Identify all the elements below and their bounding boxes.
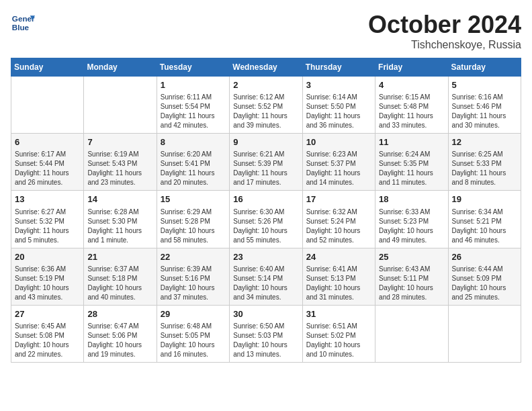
- day-number: 9: [233, 136, 298, 148]
- weekday-header: Saturday: [448, 58, 521, 77]
- day-number: 13: [15, 193, 80, 205]
- calendar-week-row: 13Sunrise: 6:27 AMSunset: 5:32 PMDayligh…: [11, 191, 521, 248]
- calendar-week-row: 27Sunrise: 6:45 AMSunset: 5:08 PMDayligh…: [11, 305, 521, 362]
- day-number: 14: [87, 193, 152, 205]
- day-info: Sunrise: 6:12 AMSunset: 5:52 PMDaylight:…: [233, 93, 298, 130]
- day-number: 6: [15, 136, 80, 148]
- calendar-cell: 1Sunrise: 6:11 AMSunset: 5:54 PMDaylight…: [157, 77, 229, 134]
- day-info: Sunrise: 6:48 AMSunset: 5:05 PMDaylight:…: [161, 322, 226, 359]
- day-number: 4: [379, 79, 444, 91]
- day-info: Sunrise: 6:11 AMSunset: 5:54 PMDaylight:…: [161, 93, 226, 130]
- day-number: 30: [233, 308, 298, 320]
- day-info: Sunrise: 6:39 AMSunset: 5:16 PMDaylight:…: [161, 265, 226, 302]
- calendar-cell: 19Sunrise: 6:34 AMSunset: 5:21 PMDayligh…: [448, 191, 521, 248]
- day-number: 31: [306, 308, 371, 320]
- day-number: 2: [233, 79, 298, 91]
- day-number: 8: [161, 136, 226, 148]
- calendar-cell: 14Sunrise: 6:28 AMSunset: 5:30 PMDayligh…: [84, 191, 157, 248]
- day-info: Sunrise: 6:15 AMSunset: 5:48 PMDaylight:…: [379, 93, 444, 130]
- day-info: Sunrise: 6:37 AMSunset: 5:18 PMDaylight:…: [87, 265, 152, 302]
- day-info: Sunrise: 6:29 AMSunset: 5:28 PMDaylight:…: [161, 208, 226, 245]
- calendar-cell: 7Sunrise: 6:19 AMSunset: 5:43 PMDaylight…: [84, 134, 157, 191]
- calendar-cell: 10Sunrise: 6:23 AMSunset: 5:37 PMDayligh…: [302, 134, 375, 191]
- calendar-cell: [11, 77, 84, 134]
- calendar-week-row: 20Sunrise: 6:36 AMSunset: 5:19 PMDayligh…: [11, 248, 521, 305]
- day-info: Sunrise: 6:14 AMSunset: 5:50 PMDaylight:…: [306, 93, 371, 130]
- weekday-header: Sunday: [11, 58, 84, 77]
- day-number: 29: [161, 308, 226, 320]
- calendar-cell: 31Sunrise: 6:51 AMSunset: 5:02 PMDayligh…: [302, 305, 375, 362]
- calendar-cell: 28Sunrise: 6:47 AMSunset: 5:06 PMDayligh…: [84, 305, 157, 362]
- day-number: 15: [161, 193, 226, 205]
- weekday-header: Wednesday: [230, 58, 302, 77]
- calendar-cell: 4Sunrise: 6:15 AMSunset: 5:48 PMDaylight…: [375, 77, 448, 134]
- day-number: 17: [306, 193, 371, 205]
- weekday-header-row: SundayMondayTuesdayWednesdayThursdayFrid…: [11, 58, 521, 77]
- day-info: Sunrise: 6:16 AMSunset: 5:46 PMDaylight:…: [452, 93, 517, 130]
- calendar-week-row: 1Sunrise: 6:11 AMSunset: 5:54 PMDaylight…: [11, 77, 521, 134]
- weekday-header: Tuesday: [157, 58, 229, 77]
- day-number: 19: [452, 193, 517, 205]
- day-number: 21: [87, 251, 152, 263]
- calendar-cell: [448, 305, 521, 362]
- calendar-cell: 30Sunrise: 6:50 AMSunset: 5:03 PMDayligh…: [230, 305, 302, 362]
- calendar-cell: 27Sunrise: 6:45 AMSunset: 5:08 PMDayligh…: [11, 305, 84, 362]
- day-info: Sunrise: 6:19 AMSunset: 5:43 PMDaylight:…: [87, 150, 152, 187]
- day-info: Sunrise: 6:44 AMSunset: 5:09 PMDaylight:…: [452, 265, 517, 302]
- day-number: 24: [306, 251, 371, 263]
- logo: General Blue: [11, 11, 35, 35]
- weekday-header: Monday: [84, 58, 157, 77]
- calendar-cell: 21Sunrise: 6:37 AMSunset: 5:18 PMDayligh…: [84, 248, 157, 305]
- day-info: Sunrise: 6:47 AMSunset: 5:06 PMDaylight:…: [87, 322, 152, 359]
- calendar-cell: 17Sunrise: 6:32 AMSunset: 5:24 PMDayligh…: [302, 191, 375, 248]
- day-info: Sunrise: 6:40 AMSunset: 5:14 PMDaylight:…: [233, 265, 298, 302]
- calendar-week-row: 6Sunrise: 6:17 AMSunset: 5:44 PMDaylight…: [11, 134, 521, 191]
- title-section: October 2024 Tishchenskoye, Russia: [368, 11, 521, 51]
- day-number: 11: [379, 136, 444, 148]
- day-number: 5: [452, 79, 517, 91]
- calendar-cell: 29Sunrise: 6:48 AMSunset: 5:05 PMDayligh…: [157, 305, 229, 362]
- day-number: 18: [379, 193, 444, 205]
- day-info: Sunrise: 6:34 AMSunset: 5:21 PMDaylight:…: [452, 208, 517, 245]
- day-info: Sunrise: 6:21 AMSunset: 5:39 PMDaylight:…: [233, 150, 298, 187]
- calendar-cell: 26Sunrise: 6:44 AMSunset: 5:09 PMDayligh…: [448, 248, 521, 305]
- svg-text:Blue: Blue: [12, 23, 30, 32]
- calendar-cell: 5Sunrise: 6:16 AMSunset: 5:46 PMDaylight…: [448, 77, 521, 134]
- month-title: October 2024: [368, 11, 521, 39]
- day-info: Sunrise: 6:41 AMSunset: 5:13 PMDaylight:…: [306, 265, 371, 302]
- day-info: Sunrise: 6:24 AMSunset: 5:35 PMDaylight:…: [379, 150, 444, 187]
- calendar-cell: 8Sunrise: 6:20 AMSunset: 5:41 PMDaylight…: [157, 134, 229, 191]
- location-title: Tishchenskoye, Russia: [368, 39, 521, 51]
- calendar-cell: [375, 305, 448, 362]
- day-number: 23: [233, 251, 298, 263]
- calendar-cell: 22Sunrise: 6:39 AMSunset: 5:16 PMDayligh…: [157, 248, 229, 305]
- calendar-cell: [84, 77, 157, 134]
- weekday-header: Friday: [375, 58, 448, 77]
- calendar-cell: 24Sunrise: 6:41 AMSunset: 5:13 PMDayligh…: [302, 248, 375, 305]
- calendar-cell: 18Sunrise: 6:33 AMSunset: 5:23 PMDayligh…: [375, 191, 448, 248]
- day-number: 1: [161, 79, 226, 91]
- calendar-cell: 25Sunrise: 6:43 AMSunset: 5:11 PMDayligh…: [375, 248, 448, 305]
- calendar-cell: 3Sunrise: 6:14 AMSunset: 5:50 PMDaylight…: [302, 77, 375, 134]
- day-info: Sunrise: 6:23 AMSunset: 5:37 PMDaylight:…: [306, 150, 371, 187]
- day-info: Sunrise: 6:28 AMSunset: 5:30 PMDaylight:…: [87, 208, 152, 245]
- day-info: Sunrise: 6:17 AMSunset: 5:44 PMDaylight:…: [15, 150, 80, 187]
- calendar-cell: 6Sunrise: 6:17 AMSunset: 5:44 PMDaylight…: [11, 134, 84, 191]
- day-info: Sunrise: 6:36 AMSunset: 5:19 PMDaylight:…: [15, 265, 80, 302]
- calendar-cell: 12Sunrise: 6:25 AMSunset: 5:33 PMDayligh…: [448, 134, 521, 191]
- day-info: Sunrise: 6:45 AMSunset: 5:08 PMDaylight:…: [15, 322, 80, 359]
- day-number: 3: [306, 79, 371, 91]
- calendar-cell: 20Sunrise: 6:36 AMSunset: 5:19 PMDayligh…: [11, 248, 84, 305]
- logo-icon: General Blue: [11, 11, 35, 35]
- day-info: Sunrise: 6:25 AMSunset: 5:33 PMDaylight:…: [452, 150, 517, 187]
- calendar-cell: 16Sunrise: 6:30 AMSunset: 5:26 PMDayligh…: [230, 191, 302, 248]
- day-info: Sunrise: 6:50 AMSunset: 5:03 PMDaylight:…: [233, 322, 298, 359]
- calendar-cell: 11Sunrise: 6:24 AMSunset: 5:35 PMDayligh…: [375, 134, 448, 191]
- calendar-cell: 23Sunrise: 6:40 AMSunset: 5:14 PMDayligh…: [230, 248, 302, 305]
- day-number: 25: [379, 251, 444, 263]
- day-info: Sunrise: 6:30 AMSunset: 5:26 PMDaylight:…: [233, 208, 298, 245]
- day-number: 20: [15, 251, 80, 263]
- day-number: 26: [452, 251, 517, 263]
- day-info: Sunrise: 6:20 AMSunset: 5:41 PMDaylight:…: [161, 150, 226, 187]
- day-number: 28: [87, 308, 152, 320]
